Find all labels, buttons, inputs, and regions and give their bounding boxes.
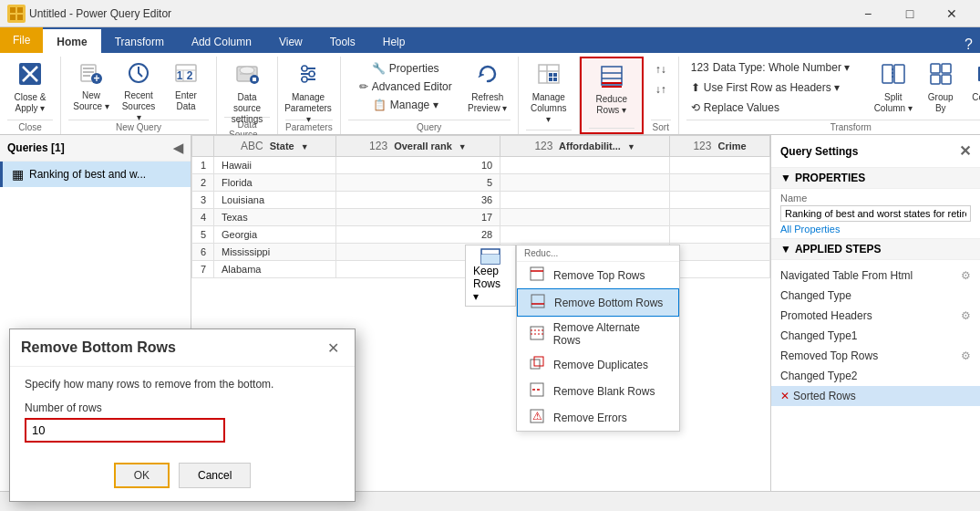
state-col-dropdown[interactable]: ▼ (301, 142, 309, 151)
query-name-input[interactable] (780, 205, 971, 222)
col-header-afford[interactable]: 123 Affordabilit... ▼ (500, 136, 670, 157)
step-gear-promoted[interactable]: ⚙ (961, 309, 971, 322)
tab-home[interactable]: Home (43, 29, 100, 53)
cell-crime-3 (670, 192, 770, 209)
maximize-button[interactable]: □ (889, 0, 931, 27)
combine-button[interactable]: Combine (965, 57, 980, 117)
table-row: 1 Hawaii 10 (192, 157, 770, 174)
ribbon-group-data-source: Data source settings Data Source... (217, 57, 278, 134)
cell-state-4: Texas (214, 209, 336, 226)
data-source-label: Data source settings (227, 92, 267, 125)
svg-rect-36 (549, 78, 552, 81)
manage-button[interactable]: 📋 Manage ▾ (368, 96, 443, 114)
step-promoted-headers[interactable]: Promoted Headers ⚙ (771, 306, 980, 326)
number-of-rows-input[interactable] (25, 418, 225, 443)
dialog-close-button[interactable]: ✕ (322, 337, 344, 359)
split-column-label: Split Column ▾ (874, 92, 913, 114)
row-num-2: 2 (192, 174, 214, 192)
rank-col-dropdown[interactable]: ▼ (459, 142, 467, 151)
data-type-button[interactable]: 123 Data Type: Whole Number ▾ (686, 58, 869, 77)
step-gear-navigated[interactable]: ⚙ (961, 269, 971, 282)
dialog-cancel-button[interactable]: Cancel (179, 463, 251, 488)
manage-parameters-label: Manage Parameters ▾ (284, 92, 332, 125)
reduce-rows-icon (599, 63, 624, 92)
step-removed-top-rows[interactable]: Removed Top Rows ⚙ (771, 346, 980, 366)
reduce-rows-button[interactable]: Reduce Rows ▾ (589, 58, 634, 119)
tab-add-column[interactable]: Add Column (178, 29, 265, 53)
svg-rect-47 (942, 64, 951, 73)
applied-steps: Navigated Table From Html ⚙ Changed Type… (771, 260, 980, 491)
step-changed-type1[interactable]: Changed Type1 (771, 326, 980, 346)
svg-rect-49 (942, 75, 951, 84)
split-column-button[interactable]: Split Column ▾ (871, 57, 916, 117)
svg-point-28 (302, 66, 307, 71)
steps-section: ▼ APPLIED STEPS (771, 239, 980, 260)
close-group-items: Close & Apply ▾ (7, 57, 53, 120)
collapse-queries-button[interactable]: ◀ (173, 141, 183, 155)
first-row-icon: ⬆ (691, 81, 700, 94)
help-icon[interactable]: ? (965, 36, 973, 53)
close-apply-button[interactable]: Close & Apply ▾ (7, 57, 53, 117)
cell-state-1: Hawaii (214, 157, 336, 174)
col-header-state[interactable]: ABC State ▼ (214, 136, 336, 157)
tab-file[interactable]: File (0, 27, 43, 53)
dialog-ok-button[interactable]: OK (114, 463, 170, 488)
group-by-button[interactable]: Group By (918, 57, 964, 117)
remove-blank-rows-item[interactable]: Remove Blank Rows (517, 378, 679, 404)
svg-rect-63 (531, 327, 543, 339)
close-button[interactable]: ✕ (931, 0, 973, 27)
enter-data-button[interactable]: 1 2 Enter Data (163, 57, 209, 117)
svg-rect-67 (534, 357, 543, 366)
properties-button[interactable]: 🔧 Properties (367, 59, 444, 78)
tab-tools[interactable]: Tools (316, 29, 369, 53)
remove-duplicates-item[interactable]: Remove Duplicates (517, 351, 679, 378)
remove-bottom-rows-dialog[interactable]: Remove Bottom Rows ✕ Specify how many ro… (9, 328, 356, 502)
query-item-ranking[interactable]: ▦ Ranking of best and w... (0, 162, 191, 187)
tab-transform[interactable]: Transform (101, 29, 178, 53)
step-changed-type[interactable]: Changed Type (771, 286, 980, 306)
step-changed-type2[interactable]: Changed Type2 (771, 366, 980, 386)
step-navigated-table[interactable]: Navigated Table From Html ⚙ (771, 266, 980, 286)
sort-desc-button[interactable]: ↓↑ (651, 80, 671, 99)
svg-rect-24 (253, 78, 256, 81)
all-properties-link[interactable]: All Properties (780, 224, 971, 235)
sort-asc-button[interactable]: ↑↓ (651, 60, 671, 78)
query-settings-close[interactable]: ✕ (959, 142, 971, 160)
keep-rows-mini-button[interactable]: KeepRows ▾ (465, 245, 516, 307)
cell-crime-6 (670, 244, 770, 261)
manage-columns-icon (536, 61, 562, 90)
cell-crime-5 (670, 226, 770, 244)
remove-alternate-rows-item[interactable]: Remove Alternate Rows (517, 317, 679, 351)
cell-afford-5 (500, 226, 670, 244)
use-first-row-button[interactable]: ⬆ Use First Row as Headers ▾ (686, 78, 869, 97)
remove-errors-item[interactable]: ⚠ Remove Errors (517, 404, 679, 431)
manage-columns-button[interactable]: Manage Columns ▾ (526, 57, 572, 117)
refresh-preview-button[interactable]: Refresh Preview ▾ (465, 57, 511, 117)
tab-help[interactable]: Help (369, 29, 419, 53)
row-num-1: 1 (192, 157, 214, 174)
remove-bottom-rows-item[interactable]: Remove Bottom Rows (517, 288, 679, 317)
queries-header: Queries [1] ◀ (0, 135, 191, 162)
step-x-sorted[interactable]: ✕ (780, 390, 789, 402)
remove-alternate-rows-label: Remove Alternate Rows (553, 321, 668, 347)
col-header-rank[interactable]: 123 Overall rank ▼ (335, 136, 500, 157)
ribbon-group-transform: 123 Data Type: Whole Number ▾ ⬆ Use Firs… (679, 57, 980, 134)
cell-crime-1 (670, 157, 770, 174)
svg-rect-11 (83, 75, 90, 77)
minimize-button[interactable]: − (847, 0, 889, 27)
step-sorted-rows[interactable]: ✕ Sorted Rows (771, 386, 980, 406)
table-row: 2 Florida 5 (192, 174, 770, 192)
recent-sources-button[interactable]: Recent Sources ▾ (116, 57, 161, 117)
step-gear-removed-top[interactable]: ⚙ (961, 349, 971, 362)
afford-col-dropdown[interactable]: ▼ (627, 142, 635, 151)
replace-values-button[interactable]: ⟲ Replace Values (686, 99, 869, 117)
col-header-crime[interactable]: 123 Crime (670, 136, 770, 157)
tab-view[interactable]: View (265, 29, 316, 53)
data-source-settings-button[interactable]: Data source settings (224, 57, 270, 117)
manage-parameters-button[interactable]: Manage Parameters ▾ (285, 57, 331, 117)
window-controls: − □ ✕ (847, 0, 973, 27)
svg-rect-46 (931, 64, 940, 73)
remove-top-rows-item[interactable]: Remove Top Rows (517, 262, 679, 288)
advanced-editor-button[interactable]: ✏ Advanced Editor (355, 78, 457, 96)
new-source-button[interactable]: + New Source ▾ (68, 57, 114, 117)
